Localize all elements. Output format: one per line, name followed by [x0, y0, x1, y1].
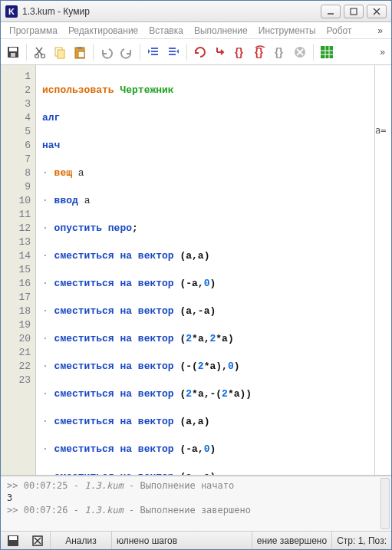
menu-overflow-icon[interactable]: »	[374, 24, 387, 38]
status-bar: Анализ юлнено шагов ение завершено Стр: …	[1, 531, 391, 549]
indent-button[interactable]	[164, 43, 183, 61]
svg-rect-28	[321, 46, 333, 58]
line-number: 13	[1, 235, 31, 249]
stop-button[interactable]	[291, 43, 309, 61]
menu-edit[interactable]: Редактирование	[64, 24, 142, 38]
copy-button[interactable]	[51, 43, 69, 61]
close-button[interactable]	[367, 5, 387, 18]
line-number: 6	[1, 139, 31, 153]
undo-button[interactable]	[97, 43, 116, 61]
line-number: 16	[1, 277, 31, 291]
console-scrollbar[interactable]	[380, 478, 390, 529]
variables-panel: а=	[374, 65, 391, 475]
line-number: 3	[1, 97, 31, 111]
status-done: ение завершено	[252, 532, 331, 549]
menu-program[interactable]: Программа	[5, 24, 61, 38]
code-editor[interactable]: использовать Чертежник алг нач · вещ а ·…	[36, 65, 374, 475]
maximize-button[interactable]	[344, 5, 364, 18]
title-bar: K 1.3.kum - Кумир	[1, 1, 391, 22]
line-number: 8	[1, 166, 31, 180]
svg-text:{}: {}	[275, 46, 283, 58]
line-number: 4	[1, 111, 31, 125]
svg-rect-20	[169, 51, 176, 52]
line-number: 23	[1, 374, 31, 387]
svg-text:{}: {}	[235, 46, 243, 58]
menu-insert[interactable]: Вставка	[145, 24, 187, 38]
window-title: 1.3.kum - Кумир	[22, 6, 321, 17]
cut-button[interactable]	[31, 43, 49, 61]
svg-rect-15	[78, 51, 84, 58]
window-controls	[321, 5, 391, 18]
step-over-button[interactable]: {}	[251, 43, 269, 61]
line-number: 11	[1, 208, 31, 222]
step-out-button[interactable]: {}	[271, 43, 289, 61]
svg-rect-34	[9, 536, 17, 540]
svg-rect-21	[169, 54, 176, 55]
menu-run[interactable]: Выполнение	[190, 24, 252, 38]
line-number: 19	[1, 318, 31, 332]
status-analysis: Анализ	[50, 532, 111, 549]
svg-point-10	[41, 54, 45, 58]
run-step-button[interactable]	[211, 43, 229, 61]
redo-button[interactable]	[117, 43, 136, 61]
save-button[interactable]	[4, 43, 22, 61]
svg-rect-17	[151, 51, 158, 52]
svg-rect-18	[151, 54, 158, 55]
status-position: Стр: 1, Поз:	[331, 532, 391, 549]
svg-rect-16	[151, 48, 158, 49]
line-number: 22	[1, 360, 31, 374]
line-number: 2	[1, 84, 31, 97]
status-save-button[interactable]	[3, 534, 23, 548]
svg-rect-1	[351, 8, 357, 15]
svg-rect-6	[11, 53, 15, 57]
svg-rect-19	[169, 48, 176, 49]
app-window: { "title": "1.3.kum - Кумир", "menus": […	[0, 0, 392, 550]
line-number: 14	[1, 249, 31, 263]
menu-bar: Программа Редактирование Вставка Выполне…	[1, 22, 391, 39]
paste-button[interactable]	[71, 43, 89, 61]
output-console[interactable]: >> 00:07:25 - 1.3.kum - Выполнение начат…	[1, 476, 391, 531]
line-number: 9	[1, 180, 31, 194]
line-number: 12	[1, 222, 31, 235]
run-continuous-button[interactable]	[191, 43, 209, 61]
status-clear-button[interactable]	[28, 534, 48, 548]
line-number: 7	[1, 153, 31, 166]
dedent-button[interactable]	[144, 43, 163, 61]
toolbar-overflow-icon[interactable]: »	[377, 47, 388, 58]
line-number: 17	[1, 291, 31, 305]
editor-area: 1 2 3 4 5 6 7 8 9 10 11 12 13 14 15 16 1…	[1, 65, 391, 476]
grid-button[interactable]	[318, 43, 336, 61]
variable-label: а=	[375, 125, 391, 136]
status-steps: юлнено шагов	[111, 532, 252, 549]
svg-rect-14	[77, 47, 82, 49]
line-number: 20	[1, 332, 31, 346]
app-icon: K	[5, 5, 18, 18]
line-gutter: 1 2 3 4 5 6 7 8 9 10 11 12 13 14 15 16 1…	[1, 65, 36, 475]
svg-rect-12	[58, 50, 64, 58]
line-number: 18	[1, 305, 31, 318]
line-number: 21	[1, 346, 31, 360]
menu-robot[interactable]: Робот	[323, 24, 356, 38]
toolbar: {} {} {} »	[1, 39, 391, 65]
line-number: 15	[1, 263, 31, 277]
line-number: 10	[1, 194, 31, 208]
menu-tools[interactable]: Инструменты	[255, 24, 320, 38]
step-into-button[interactable]: {}	[231, 43, 249, 61]
line-number: 5	[1, 125, 31, 139]
line-number: 1	[1, 70, 31, 84]
svg-rect-5	[9, 48, 17, 51]
minimize-button[interactable]	[321, 5, 341, 18]
